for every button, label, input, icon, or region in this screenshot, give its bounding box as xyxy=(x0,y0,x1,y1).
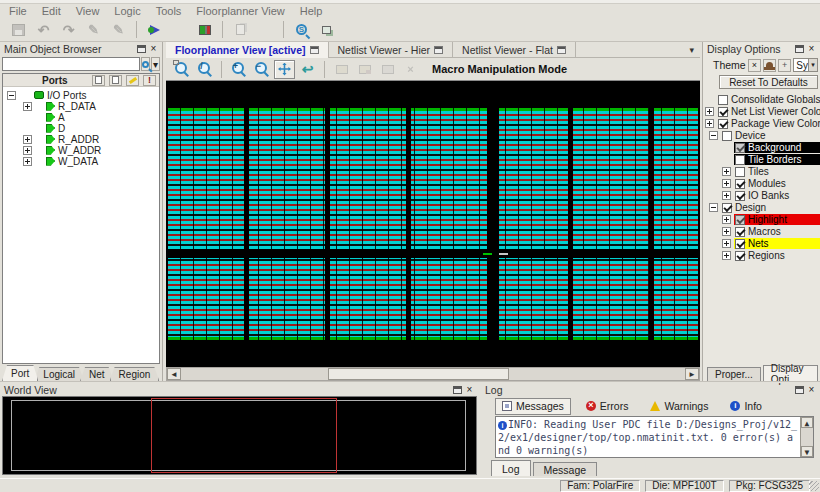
edit-button[interactable]: ✎ xyxy=(82,20,105,40)
expand-icon[interactable] xyxy=(709,203,718,212)
tree-item-r-addr[interactable]: R_ADDR xyxy=(7,134,159,144)
display-item-macros[interactable]: Macros xyxy=(705,226,820,237)
close-icon[interactable]: × xyxy=(465,386,474,395)
unedit-button[interactable]: ✎ xyxy=(107,20,130,40)
checkbox[interactable] xyxy=(735,227,745,237)
checkbox[interactable] xyxy=(735,179,745,189)
expand-icon[interactable] xyxy=(722,227,731,236)
search-button[interactable]: S xyxy=(290,20,313,40)
log-vertical-scrollbar[interactable]: ▲ ▼ xyxy=(800,417,813,457)
expand-icon[interactable] xyxy=(722,215,731,224)
zoom-in-button[interactable]: + xyxy=(228,60,249,79)
copy-all-button[interactable] xyxy=(254,20,277,40)
pin-button[interactable] xyxy=(143,20,166,40)
theme-move-button[interactable]: + xyxy=(778,59,791,72)
previous-view-button[interactable]: ↩ xyxy=(297,60,318,79)
checkbox[interactable] xyxy=(735,215,745,225)
expand-icon[interactable] xyxy=(722,191,731,200)
search-button[interactable] xyxy=(141,57,150,71)
save-button[interactable] xyxy=(7,20,30,40)
display-item-modules[interactable]: Modules xyxy=(705,178,820,189)
create-exclusive-region-button[interactable] xyxy=(354,60,375,79)
detach-button[interactable] xyxy=(92,75,105,86)
tab-floorplanner-view-active[interactable]: Floorplanner View [active] xyxy=(166,42,329,58)
display-item-consolidate-globals[interactable]: Consolidate Globals xyxy=(705,94,820,105)
tab-region[interactable]: Region xyxy=(110,367,160,381)
menu-floorplanner-view[interactable]: Floorplanner View xyxy=(196,5,284,17)
checkbox[interactable] xyxy=(735,167,745,177)
close-icon[interactable]: × xyxy=(807,386,816,395)
delete-region-button[interactable]: × xyxy=(400,60,421,79)
checkbox[interactable] xyxy=(718,119,728,129)
settings-button[interactable] xyxy=(168,20,191,40)
float-icon[interactable] xyxy=(557,46,566,54)
checkbox[interactable] xyxy=(735,191,745,201)
tab-netlist-viewer-flat[interactable]: Netlist Viewer - Flat xyxy=(453,42,576,58)
scroll-up-icon[interactable]: ▲ xyxy=(801,417,813,428)
log-message-area[interactable]: iINFO: Reading User PDC file D:/Designs_… xyxy=(495,416,814,458)
checkbox[interactable] xyxy=(735,251,745,261)
checkbox[interactable] xyxy=(718,107,728,117)
tab-logical[interactable]: Logical xyxy=(34,367,84,381)
checkbox[interactable] xyxy=(722,131,732,141)
expand-icon[interactable] xyxy=(722,251,731,260)
expand-icon[interactable] xyxy=(722,179,731,188)
close-icon[interactable]: × xyxy=(807,45,816,54)
alert-button[interactable]: ! xyxy=(143,75,156,86)
viewport-rect[interactable] xyxy=(151,398,337,473)
tab-net[interactable]: Net xyxy=(80,367,114,381)
search-input[interactable] xyxy=(2,57,140,71)
copy-button[interactable] xyxy=(109,75,122,86)
horizontal-scrollbar[interactable]: ◄ ► xyxy=(166,367,700,381)
menu-tools[interactable]: Tools xyxy=(156,5,182,17)
tree-item-r-data[interactable]: R_DATA xyxy=(7,101,159,111)
edit-region-button[interactable] xyxy=(377,60,398,79)
display-item-nets[interactable]: Nets xyxy=(705,238,820,249)
expand-icon[interactable] xyxy=(722,239,731,248)
theme-stamp-button[interactable] xyxy=(763,59,776,72)
tab-port[interactable]: Port xyxy=(2,365,38,381)
float-icon[interactable] xyxy=(310,46,319,54)
filter-info-button[interactable]: Info xyxy=(723,398,769,415)
filter-messages-button[interactable]: Messages xyxy=(495,398,571,415)
display-item-background[interactable]: Background xyxy=(705,142,820,153)
tree-item-a[interactable]: A xyxy=(7,112,159,122)
scroll-left-icon[interactable]: ◄ xyxy=(167,368,181,380)
tab-log[interactable]: Log xyxy=(491,460,531,476)
display-item-device[interactable]: Device xyxy=(705,130,820,141)
expand-icon[interactable] xyxy=(705,119,714,128)
display-item-package-view-colors[interactable]: Package View Colors xyxy=(705,118,820,129)
menu-logic[interactable]: Logic xyxy=(114,5,140,17)
scroll-right-icon[interactable]: ► xyxy=(685,368,699,380)
float-icon[interactable] xyxy=(137,45,146,53)
connect-button[interactable] xyxy=(193,20,216,40)
display-item-io-banks[interactable]: IO Banks xyxy=(705,190,820,201)
display-item-net-list-viewer-colors[interactable]: Net List Viewer Colors xyxy=(705,106,820,117)
zoom-ratio-button[interactable]: / xyxy=(194,60,215,79)
expand-icon[interactable] xyxy=(709,131,718,140)
expand-icon[interactable] xyxy=(722,167,731,176)
world-view-canvas[interactable] xyxy=(2,396,477,475)
floorplan-canvas[interactable] xyxy=(166,80,700,367)
menu-file[interactable]: File xyxy=(9,5,27,17)
menu-edit[interactable]: Edit xyxy=(42,5,61,17)
collapse-icon[interactable] xyxy=(7,91,16,100)
fit-view-button[interactable] xyxy=(274,60,295,79)
display-item-tiles[interactable]: Tiles xyxy=(705,166,820,177)
copy-button[interactable] xyxy=(229,20,252,40)
reset-to-defaults-button[interactable]: Reset To Defaults xyxy=(719,75,818,89)
zoom-out-button[interactable]: − xyxy=(251,60,272,79)
highlight-button[interactable] xyxy=(126,75,139,86)
tree-item-w-addr[interactable]: W_ADDR xyxy=(7,145,159,155)
theme-close-button[interactable]: × xyxy=(748,59,761,72)
checkbox[interactable] xyxy=(718,95,728,105)
create-region-button[interactable] xyxy=(331,60,352,79)
tab-proper[interactable]: Proper... xyxy=(707,367,761,381)
expand-icon[interactable] xyxy=(23,135,32,144)
tree-item-w-data[interactable]: W_DATA xyxy=(7,156,159,166)
float-icon[interactable] xyxy=(434,46,443,54)
expand-icon[interactable] xyxy=(705,107,714,116)
checkbox[interactable] xyxy=(722,203,732,213)
display-item-design[interactable]: Design xyxy=(705,202,820,213)
expand-icon[interactable] xyxy=(23,146,32,155)
